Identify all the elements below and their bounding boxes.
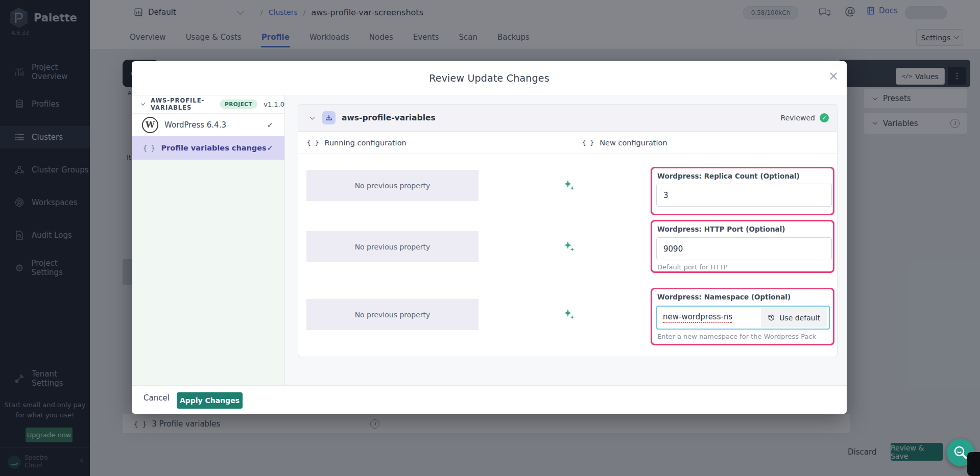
previous-value-text: No previous property xyxy=(355,243,431,251)
replica-count-input[interactable]: 3 xyxy=(656,184,832,207)
cancel-button[interactable]: Cancel xyxy=(144,393,170,403)
replica-count-label: Wordpress: Replica Count (Optional) xyxy=(657,172,800,180)
reviewed-status: Reviewed xyxy=(781,114,815,122)
braces-icon: { } xyxy=(307,139,319,146)
review-update-changes-modal: Review Update Changes × AWS-PROFILE-VARI… xyxy=(132,61,847,414)
new-value-sparkle-icon xyxy=(562,179,576,194)
replica-count-field-group: Wordpress: Replica Count (Optional) 3 xyxy=(651,167,834,215)
http-port-value: 9090 xyxy=(663,244,683,254)
braces-icon: { } xyxy=(143,144,155,152)
profile-version: v1.1.0 xyxy=(264,101,284,108)
previous-value-text: No previous property xyxy=(355,311,431,319)
modal-nav-item-wordpress[interactable]: W WordPress 6.4.3 ✓ xyxy=(132,113,284,136)
new-value-sparkle-icon xyxy=(562,308,576,323)
new-configuration-header: New configuration xyxy=(600,139,667,147)
history-icon xyxy=(768,314,775,321)
screen: Default / Clusters / aws-profile-var-scr… xyxy=(0,0,980,476)
use-default-button[interactable]: Use default xyxy=(761,308,827,328)
nav-item-label: WordPress 6.4.3 xyxy=(164,120,226,130)
previous-value-box: No previous property xyxy=(306,170,479,201)
running-configuration-header: Running configuration xyxy=(324,139,406,147)
feedback-tab[interactable] xyxy=(967,452,980,476)
modal-main-area: aws-profile-variables Reviewed ✓ { } Run… xyxy=(285,95,847,385)
namespace-input[interactable]: new-wordpress-ns Use default xyxy=(656,306,830,330)
modal-title: Review Update Changes xyxy=(132,61,847,95)
http-port-field-group: Wordpress: HTTP Port (Optional) 9090 Def… xyxy=(651,220,834,273)
previous-value-box: No previous property xyxy=(306,231,479,262)
profile-name: AWS-PROFILE-VARIABLES xyxy=(151,97,213,111)
apply-changes-button[interactable]: Apply Changes xyxy=(177,392,243,409)
diff-card: { } Running configuration { } New config… xyxy=(298,132,838,357)
modal-profile-header[interactable]: AWS-PROFILE-VARIABLES PROJECT v1.1.0 xyxy=(132,95,284,113)
section-chevron-down-icon xyxy=(310,114,315,119)
modal-nav-panel-fill xyxy=(132,160,284,386)
previous-value-box: No previous property xyxy=(306,299,479,330)
profile-scope-badge: PROJECT xyxy=(220,99,257,109)
namespace-hint: Enter a new namespace for the Wordpress … xyxy=(657,333,816,340)
magnifier-smile-icon xyxy=(952,444,969,461)
profile-variables-check-icon: ✓ xyxy=(267,143,273,153)
modal-footer: Cancel Apply Changes xyxy=(132,385,847,414)
previous-value-text: No previous property xyxy=(355,182,431,190)
modal-nav-item-profile-variables[interactable]: { } Profile variables changes ✓ xyxy=(132,136,284,160)
modal-nav-panel: AWS-PROFILE-VARIABLES PROJECT v1.1.0 W W… xyxy=(132,95,285,385)
section-header[interactable]: aws-profile-variables Reviewed ✓ xyxy=(298,104,838,132)
pack-deploy-icon xyxy=(322,111,336,124)
wordpress-check-icon: ✓ xyxy=(267,120,273,130)
diff-column-headers: { } Running configuration { } New config… xyxy=(298,132,837,154)
namespace-field-group: Wordpress: Namespace (Optional) new-word… xyxy=(651,288,834,345)
braces-icon: { } xyxy=(582,139,594,146)
profile-collapse-chevron-icon xyxy=(141,101,145,105)
close-icon[interactable]: × xyxy=(828,69,839,83)
replica-count-value: 3 xyxy=(663,191,668,200)
namespace-value: new-wordpress-ns xyxy=(663,312,732,323)
http-port-input[interactable]: 9090 xyxy=(656,237,832,260)
wordpress-logo-icon: W xyxy=(142,117,158,133)
apply-changes-label: Apply Changes xyxy=(180,396,240,405)
section-title: aws-profile-variables xyxy=(342,113,436,122)
http-port-label: Wordpress: HTTP Port (Optional) xyxy=(657,225,785,233)
http-port-hint: Default port for HTTP xyxy=(657,263,728,271)
use-default-label: Use default xyxy=(779,314,820,322)
new-value-sparkle-icon xyxy=(562,240,576,255)
reviewed-check-icon: ✓ xyxy=(820,113,829,122)
namespace-label: Wordpress: Namespace (Optional) xyxy=(657,293,791,301)
nav-item-label: Profile variables changes xyxy=(161,144,266,152)
